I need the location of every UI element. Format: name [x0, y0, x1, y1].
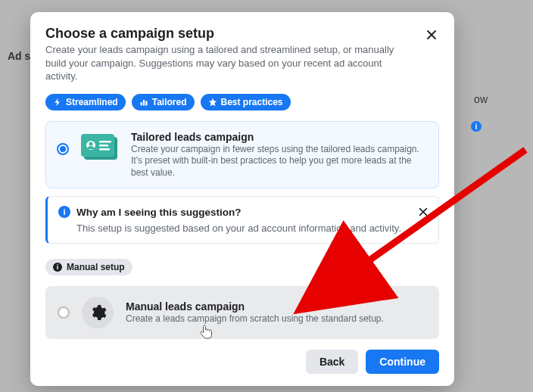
pill-streamlined-label: Streamlined: [66, 97, 118, 107]
pill-streamlined: Streamlined: [45, 94, 126, 110]
background-info-icon: i: [471, 121, 482, 132]
info-mini-icon: i: [53, 263, 62, 272]
close-icon: [425, 29, 438, 41]
svg-rect-9: [99, 148, 110, 151]
pill-tailored-label: Tailored: [152, 97, 187, 107]
close-icon: [418, 207, 429, 217]
tag-pills-row: Streamlined Tailored Best practices: [45, 94, 439, 110]
radio-tailored[interactable]: [57, 143, 69, 155]
option-tailored-card[interactable]: Tailored leads campaign Create your camp…: [45, 121, 439, 189]
suggestion-info-card: i Why am I seeing this suggestion? This …: [45, 196, 439, 244]
pill-best-practices-label: Best practices: [221, 97, 283, 107]
svg-rect-1: [143, 100, 145, 106]
svg-point-6: [89, 142, 93, 145]
background-left-label: Ad s: [8, 50, 30, 62]
campaign-setup-modal: Choose a campaign setup Create your lead…: [30, 12, 454, 386]
info-body: This setup is suggested based on your ad…: [58, 222, 428, 234]
back-button[interactable]: Back: [306, 350, 358, 374]
bar-chart-icon: [139, 98, 148, 107]
gear-icon: [89, 303, 107, 322]
info-title: Why am I seeing this suggestion?: [76, 207, 242, 218]
manual-setup-label: i Manual setup: [45, 259, 132, 275]
lightning-icon: [53, 98, 62, 107]
radio-manual[interactable]: [58, 306, 70, 319]
star-icon: [208, 98, 217, 107]
tailored-illustration: [79, 131, 120, 164]
svg-rect-0: [140, 102, 142, 106]
info-close-button[interactable]: [414, 203, 432, 221]
info-icon: i: [58, 206, 70, 218]
pill-best-practices: Best practices: [201, 94, 291, 110]
modal-close-button[interactable]: [421, 24, 442, 45]
svg-rect-4: [81, 134, 114, 157]
option-manual-card[interactable]: Manual leads campaign Create a leads cam…: [45, 286, 439, 339]
modal-subtitle: Create your leads campaign using a tailo…: [45, 43, 439, 83]
id-card-icon: [79, 131, 120, 164]
modal-header: Choose a campaign setup Create your lead…: [45, 26, 439, 83]
manual-setup-label-text: Manual setup: [67, 262, 125, 272]
cursor-pointer-icon: [200, 324, 214, 341]
option-manual-title: Manual leads campaign: [126, 300, 427, 313]
gear-circle: [82, 297, 114, 328]
modal-title: Choose a campaign setup: [45, 26, 439, 42]
background-right-fragment: ow: [474, 93, 488, 105]
continue-button[interactable]: Continue: [366, 350, 439, 374]
option-manual-desc: Create a leads campaign from scratch usi…: [126, 313, 427, 325]
svg-rect-7: [99, 141, 111, 143]
modal-footer: Back Continue: [45, 350, 439, 374]
pill-tailored: Tailored: [132, 94, 195, 110]
option-tailored-title: Tailored leads campaign: [131, 131, 428, 143]
svg-rect-8: [99, 145, 108, 147]
option-tailored-desc: Create your campaign in fewer steps usin…: [131, 144, 428, 179]
svg-rect-2: [145, 101, 147, 105]
